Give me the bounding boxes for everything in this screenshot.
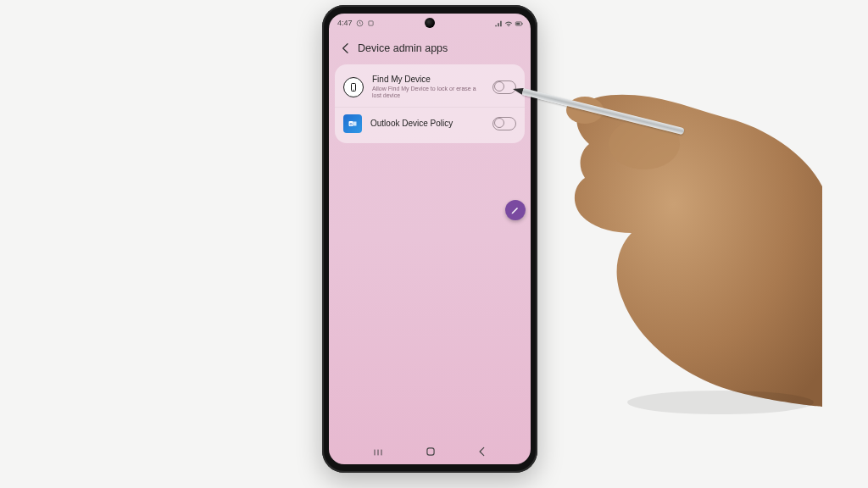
page-header: Device admin apps [329,34,531,63]
svg-rect-10 [427,448,434,455]
pencil-icon [510,205,520,215]
nav-recent[interactable] [371,446,385,461]
battery-icon [515,19,522,27]
svg-point-11 [609,119,680,169]
admin-apps-list: Find My Device Allow Find My Device to l… [335,64,525,143]
toggle-outlook-policy[interactable] [492,117,516,130]
svg-rect-1 [368,20,372,25]
stylus [511,83,687,137]
list-item[interactable]: Find My Device Allow Find My Device to l… [335,68,525,107]
edit-fab[interactable] [505,200,526,220]
nav-back[interactable] [476,446,488,461]
list-item[interactable]: O Outlook Device Policy [335,107,525,140]
list-item-title: Outlook Device Policy [370,119,484,129]
svg-rect-4 [516,22,520,25]
nav-home[interactable] [425,446,437,461]
page-title: Device admin apps [358,42,448,54]
toggle-find-my-device[interactable] [492,80,516,94]
clock-icon [356,19,364,27]
toggle-knob [494,81,504,92]
hand [551,51,822,415]
toggle-knob [494,118,504,128]
svg-rect-3 [522,23,523,25]
svg-point-6 [353,89,354,90]
signal-icon [494,19,502,27]
phone-screen: 4:47 [329,14,531,464]
svg-text:O: O [349,121,352,125]
front-camera [425,18,435,28]
outlook-icon: O [343,114,362,133]
svg-rect-9 [353,121,357,125]
back-button[interactable] [334,36,358,60]
svg-point-12 [566,97,604,124]
status-time: 4:47 [337,19,353,27]
wifi-icon [504,19,512,27]
find-my-device-icon [343,77,364,97]
chevron-left-icon [339,42,353,55]
list-item-subtitle: Allow Find My Device to lock or erase a … [372,86,484,100]
svg-point-13 [627,391,814,414]
notification-icon [367,19,375,27]
phone-frame: 4:47 [322,5,537,473]
system-nav-bar [329,442,531,464]
list-item-title: Find My Device [372,75,484,85]
